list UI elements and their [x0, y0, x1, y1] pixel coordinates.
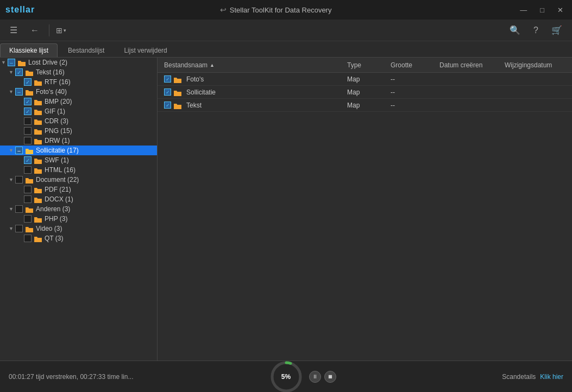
pdf-checkbox[interactable] — [24, 186, 32, 193]
back-button[interactable]: ← — [27, 23, 42, 37]
col-type[interactable]: Type — [345, 61, 388, 69]
pause-button[interactable]: ⏸ — [309, 371, 321, 383]
folder-icon — [34, 108, 42, 115]
col-created[interactable]: Datum creëren — [437, 61, 502, 69]
cart-button[interactable]: 🛒 — [548, 23, 565, 37]
close-button[interactable]: ✕ — [554, 5, 567, 15]
tree-php[interactable]: PHP (3) — [0, 214, 157, 224]
tree-video[interactable]: ▼ Video (3) — [0, 224, 157, 233]
bmp-checkbox[interactable]: ✓ — [24, 98, 32, 105]
file-name: Foto's — [186, 75, 204, 83]
stop-button[interactable]: ⏹ — [324, 371, 336, 383]
rtf-checkbox[interactable]: ✓ — [24, 78, 32, 86]
file-name-cell: ✓ Tekst — [162, 102, 345, 109]
table-row[interactable]: ✓ Foto's Map -- — [158, 73, 572, 86]
row-checkbox[interactable]: ✓ — [164, 75, 171, 83]
tree-anderen[interactable]: ▼ Anderen (3) — [0, 204, 157, 214]
right-panel: Bestandsnaam ▲ Type Grootte Datum creëre… — [158, 58, 572, 361]
docx-checkbox[interactable] — [24, 195, 32, 203]
tree-cdr[interactable]: CDR (3) — [0, 116, 157, 126]
tree-gif[interactable]: ✓ GIF (1) — [0, 106, 157, 116]
menu-button[interactable]: ☰ — [7, 23, 21, 37]
pause-icon: ⏸ — [312, 374, 318, 380]
tree-qt[interactable]: QT (3) — [0, 233, 157, 243]
tree-root[interactable]: ▼ – Lost Drive (2) — [0, 58, 157, 67]
arrow-icon: ▼ — [1, 60, 8, 65]
anderen-checkbox[interactable] — [15, 205, 23, 213]
file-type-cell: Map — [345, 75, 388, 83]
arrow-icon: ▼ — [9, 89, 15, 94]
tree-pdf[interactable]: PDF (21) — [0, 185, 157, 194]
swf-checkbox[interactable]: ✓ — [24, 156, 32, 164]
stop-icon: ⏹ — [328, 374, 333, 380]
table-row[interactable]: ✓ Tekst Map -- — [158, 99, 572, 112]
qt-checkbox[interactable] — [24, 235, 32, 242]
tekst-checkbox[interactable]: ✓ — [15, 68, 23, 76]
file-name: Sollicitatie — [186, 88, 216, 96]
cdr-checkbox[interactable] — [24, 117, 32, 125]
html-checkbox[interactable] — [24, 166, 32, 174]
col-modified[interactable]: Wijzigingsdatum — [502, 61, 568, 69]
maximize-button[interactable]: □ — [537, 5, 548, 15]
col-grootte[interactable]: Grootte — [388, 61, 437, 69]
app-logo: stellar — [5, 5, 35, 15]
minimize-button[interactable]: — — [517, 5, 530, 15]
sollicitatie-checkbox[interactable]: – — [15, 147, 23, 154]
playback-controls: ⏸ ⏹ — [309, 371, 336, 383]
folder-icon — [25, 176, 34, 183]
png-checkbox[interactable] — [24, 127, 32, 135]
col-bestandsnaam[interactable]: Bestandsnaam ▲ — [162, 61, 345, 69]
tree-html[interactable]: HTML (16) — [0, 165, 157, 175]
swf-label: SWF (1) — [45, 156, 69, 164]
tab-bestands[interactable]: Bestandslijst — [59, 43, 114, 57]
view-grid-button[interactable]: ⊞ ▾ — [56, 26, 66, 35]
root-label: Lost Drive (2) — [28, 59, 67, 66]
row-checkbox[interactable]: ✓ — [164, 88, 171, 96]
tab-verwijderd[interactable]: Lijst verwijderd — [115, 43, 176, 57]
video-checkbox[interactable] — [15, 225, 23, 232]
png-label: PNG (15) — [45, 127, 72, 135]
file-name: Tekst — [186, 102, 202, 109]
drw-checkbox[interactable] — [24, 137, 32, 144]
folder-icon — [34, 79, 42, 85]
folder-icon — [34, 157, 42, 163]
tab-klassieke[interactable]: Klassieke lijst — [0, 43, 58, 57]
tree-png[interactable]: PNG (15) — [0, 126, 157, 136]
folder-icon — [25, 225, 34, 232]
tree-swf[interactable]: ✓ SWF (1) — [0, 155, 157, 165]
row-checkbox[interactable]: ✓ — [164, 102, 171, 109]
file-type: Map — [347, 88, 360, 96]
tree-document[interactable]: ▼ Document (22) — [0, 175, 157, 185]
tree-fotos[interactable]: ▼ – Foto's (40) — [0, 87, 157, 97]
scan-details-label: Scandetails — [502, 373, 536, 381]
window-title: Stellar ToolKit for Data Recovery — [230, 6, 332, 14]
gif-checkbox[interactable]: ✓ — [24, 108, 32, 115]
scan-link[interactable]: Klik hier — [540, 373, 563, 381]
tree-tekst[interactable]: ▼ ✓ Tekst (16) — [0, 67, 157, 77]
qt-label: QT (3) — [45, 235, 63, 242]
tree-sollicitatie[interactable]: ▼ – Sollicitatie (17) — [0, 146, 157, 155]
folder-icon — [34, 216, 42, 222]
statusbar: 00:01:27 tijd verstreken, 00:27:33 time … — [0, 361, 572, 392]
tabbar: Klassieke lijst Bestandslijst Lijst verw… — [0, 41, 572, 58]
root-checkbox[interactable]: – — [8, 59, 15, 66]
file-name-cell: ✓ Sollicitatie — [162, 88, 345, 96]
tree-docx[interactable]: DOCX (1) — [0, 194, 157, 204]
help-button[interactable]: ? — [530, 23, 542, 37]
video-label: Video (3) — [36, 225, 62, 232]
fotos-checkbox[interactable]: – — [15, 88, 23, 96]
arrow-icon: ▼ — [9, 69, 15, 75]
table-row[interactable]: ✓ Sollicitatie Map -- — [158, 86, 572, 99]
file-type-cell: Map — [345, 88, 388, 96]
dropdown-icon: ▾ — [64, 28, 66, 33]
tree-drw[interactable]: DRW (1) — [0, 136, 157, 146]
php-label: PHP (3) — [45, 215, 67, 223]
tree-bmp[interactable]: ✓ BMP (20) — [0, 97, 157, 106]
tekst-label: Tekst (16) — [36, 68, 65, 76]
php-checkbox[interactable] — [24, 215, 32, 223]
sort-icon: ▲ — [210, 62, 215, 68]
search-button[interactable]: 🔍 — [506, 23, 524, 37]
file-size: -- — [391, 88, 395, 96]
tree-rtf[interactable]: ✓ RTF (16) — [0, 77, 157, 87]
document-checkbox[interactable] — [15, 176, 23, 184]
